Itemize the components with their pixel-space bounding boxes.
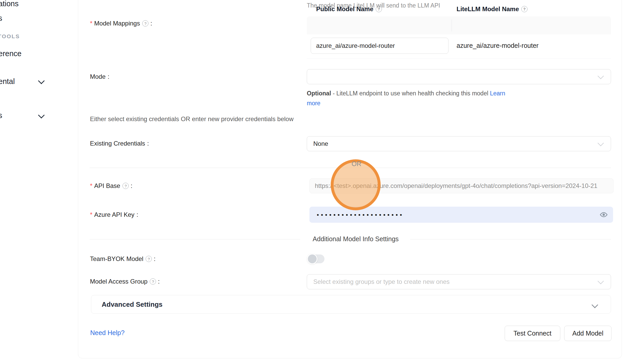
test-connect-button[interactable]: Test Connect [505, 326, 560, 341]
required-asterisk: * [90, 211, 92, 218]
existing-credentials-value: None [313, 140, 328, 147]
add-model-button[interactable]: Add Model [564, 326, 612, 341]
model-access-group-label: Model Access Group ? : [90, 277, 160, 286]
sidebar: ations s TOOLS erence ental s [0, 0, 78, 360]
help-icon[interactable]: ? [142, 20, 148, 27]
mode-hint-line1: Optional - LiteLLM endpoint to use when … [307, 90, 505, 97]
help-icon[interactable]: ? [146, 256, 152, 262]
chevron-down-icon [38, 112, 44, 118]
litellm-model-name-header: LiteLLM Model Name ? [457, 0, 529, 18]
azure-api-key-label: * Azure API Key : [90, 210, 138, 219]
public-model-name-input[interactable] [311, 38, 448, 54]
learn-more-link[interactable]: Learn [490, 90, 505, 97]
chevron-down-icon [597, 278, 604, 284]
help-icon[interactable]: ? [376, 6, 382, 12]
api-base-input[interactable] [309, 178, 614, 193]
section-divider-line [90, 239, 300, 239]
existing-credentials-label: Existing Credentials : [90, 139, 149, 148]
section-divider-line [410, 239, 611, 239]
sidebar-item-experimental[interactable]: ental [0, 77, 15, 86]
sidebar-section-tools: TOOLS [0, 33, 20, 40]
help-icon[interactable]: ? [150, 278, 156, 285]
eye-icon[interactable] [600, 211, 608, 219]
toggle-knob [307, 254, 317, 264]
table-row-divider [307, 58, 611, 58]
sidebar-item[interactable]: s [0, 14, 2, 23]
team-byok-toggle[interactable] [308, 254, 324, 263]
public-model-name-header: Public Model Name ? [316, 0, 383, 18]
azure-api-key-input[interactable] [316, 207, 592, 223]
table-column-divider [452, 19, 452, 31]
sidebar-item-inference[interactable]: erence [0, 49, 22, 58]
required-asterisk: * [90, 20, 92, 27]
required-asterisk: * [90, 182, 92, 189]
learn-more-link[interactable]: more [307, 100, 320, 107]
litellm-model-name-value: azure_ai/azure-model-router [457, 42, 538, 49]
or-divider-label: OR [342, 160, 371, 168]
existing-credentials-select[interactable]: None [307, 136, 611, 151]
chevron-down-icon [597, 140, 604, 146]
credentials-note: Either select existing credentials OR en… [90, 115, 294, 123]
model-access-group-select[interactable]: Select existing groups or type to create… [307, 274, 611, 289]
help-icon[interactable]: ? [521, 6, 528, 12]
sidebar-item-settings[interactable]: s [0, 111, 2, 120]
help-icon[interactable]: ? [122, 183, 129, 189]
chevron-down-icon [591, 302, 598, 308]
need-help-link[interactable]: Need Help? [90, 329, 125, 337]
chevron-down-icon [597, 73, 604, 79]
model-mappings-table-header [307, 16, 611, 34]
additional-settings-divider-title: Additional Model Info Settings [302, 235, 409, 243]
mode-select[interactable] [307, 69, 611, 84]
advanced-settings-title: Advanced Settings [102, 300, 162, 309]
api-base-label: * API Base ? : [90, 181, 132, 191]
advanced-settings-toggle[interactable]: Advanced Settings [91, 295, 611, 314]
chevron-down-icon [38, 77, 44, 84]
team-byok-label: Team-BYOK Model ? : [90, 254, 155, 264]
sidebar-item-organizations[interactable]: ations [0, 0, 18, 8]
or-divider-line [90, 168, 611, 168]
azure-api-key-field [309, 207, 613, 223]
add-model-page: ations s TOOLS erence ental s The model … [0, 0, 644, 360]
mode-label: Mode : [90, 72, 109, 81]
mode-hint-line2: more [307, 100, 320, 107]
model-mappings-label: * Model Mappings ? : [90, 19, 152, 28]
access-group-placeholder: Select existing groups or type to create… [313, 278, 450, 285]
